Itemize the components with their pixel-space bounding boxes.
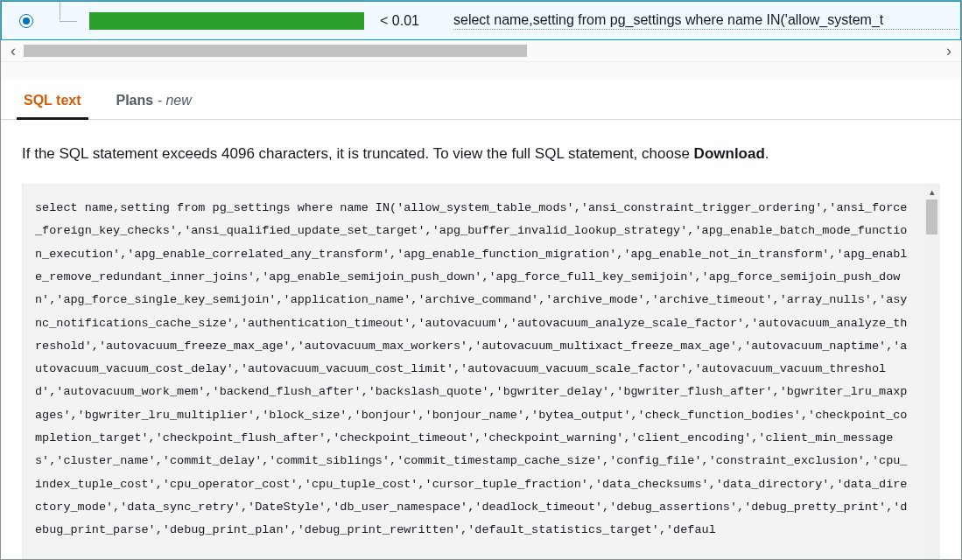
window-frame: < 0.01 select name,setting from pg_setti… bbox=[0, 0, 962, 560]
tab-label: Plans bbox=[116, 93, 154, 108]
hscroll-track[interactable] bbox=[24, 45, 938, 57]
tree-branch-icon bbox=[51, 2, 86, 39]
vscroll-thumb[interactable] bbox=[926, 200, 937, 234]
selected-query-row[interactable]: < 0.01 select name,setting from pg_setti… bbox=[1, 1, 961, 40]
tab-sql-text[interactable]: SQL text bbox=[22, 82, 83, 119]
sql-code-container: select name,setting from pg_settings whe… bbox=[22, 184, 940, 559]
tab-content: If the SQL statement exceeds 4096 charac… bbox=[1, 120, 961, 559]
horizontal-scrollbar[interactable]: ‹ › bbox=[1, 40, 961, 62]
tab-new-suffix: - new bbox=[153, 93, 192, 108]
load-bar-cell bbox=[86, 12, 375, 30]
spacer bbox=[1, 62, 961, 80]
row-radio-cell[interactable] bbox=[2, 2, 51, 39]
notice-text-after: . bbox=[765, 145, 769, 162]
tab-plans[interactable]: Plans - new bbox=[115, 82, 193, 119]
tab-label: SQL text bbox=[24, 93, 81, 108]
load-bar bbox=[89, 12, 364, 30]
load-value: < 0.01 bbox=[375, 13, 453, 29]
scroll-left-icon[interactable]: ‹ bbox=[4, 43, 22, 59]
sql-code-text[interactable]: select name,setting from pg_settings whe… bbox=[23, 185, 924, 558]
download-keyword: Download bbox=[694, 145, 765, 162]
truncation-notice: If the SQL statement exceeds 4096 charac… bbox=[22, 144, 940, 164]
notice-text-before: If the SQL statement exceeds 4096 charac… bbox=[22, 145, 694, 162]
radio-selected-icon[interactable] bbox=[19, 14, 33, 28]
scroll-up-icon[interactable]: ▴ bbox=[924, 185, 939, 200]
scroll-right-icon[interactable]: › bbox=[940, 43, 958, 59]
tabs-bar: SQL text Plans - new bbox=[1, 80, 961, 120]
hscroll-thumb[interactable] bbox=[24, 45, 527, 57]
sql-preview-text[interactable]: select name,setting from pg_settings whe… bbox=[453, 12, 958, 30]
vertical-scrollbar[interactable]: ▴ bbox=[924, 185, 939, 558]
